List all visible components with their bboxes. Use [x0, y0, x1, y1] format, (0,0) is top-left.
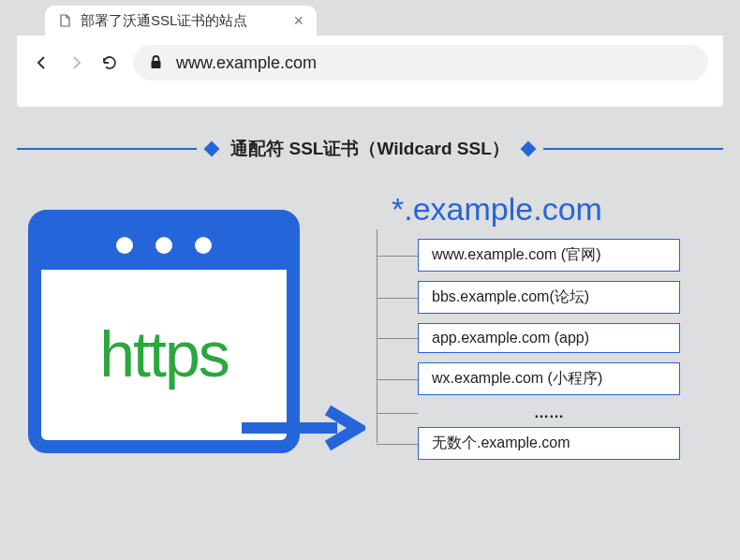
close-icon[interactable]: ×: [293, 12, 303, 29]
browser-toolbar: www.example.com: [17, 36, 723, 90]
subdomain-box: wx.example.com (小程序): [418, 362, 680, 395]
lock-icon: [150, 55, 163, 70]
https-label: https: [99, 317, 228, 391]
window-dot: [195, 237, 212, 254]
tree-vertical-line: [377, 229, 377, 443]
divider-line-left: [17, 148, 197, 150]
browser-mockup: 部署了沃通SSL证书的站点 × www.example.com: [17, 0, 723, 107]
section-divider: 通配符 SSL证书（Wildcard SSL）: [17, 137, 723, 161]
subdomain-box: bbs.example.com(论坛): [418, 281, 680, 314]
tree-connector: [377, 379, 418, 380]
tab-title: 部署了沃通SSL证书的站点: [81, 12, 247, 30]
tab-strip: 部署了沃通SSL证书的站点 ×: [17, 0, 723, 36]
window-header: [39, 221, 289, 270]
tree-connector: [377, 298, 418, 299]
subdomain-item: bbs.example.com(论坛): [418, 281, 680, 314]
forward-button[interactable]: [66, 52, 86, 73]
reload-button[interactable]: [99, 52, 120, 73]
subdomain-item: app.example.com (app): [418, 323, 680, 353]
tree-connector: [377, 444, 418, 445]
tree-items: www.example.com (官网) bbs.example.com(论坛)…: [365, 239, 680, 460]
arrow-icon: [234, 400, 365, 456]
ellipsis: ……: [418, 405, 680, 421]
page-icon: [58, 14, 71, 27]
subdomain-box: app.example.com (app): [418, 323, 680, 353]
back-button[interactable]: [32, 52, 52, 73]
subdomain-box: www.example.com (官网): [418, 239, 680, 272]
wildcard-diagram: https *.example.com www.example.com (官网)…: [0, 184, 740, 460]
subdomain-tree: *.example.com www.example.com (官网) bbs.e…: [365, 191, 680, 460]
subdomain-item: wx.example.com (小程序): [418, 362, 680, 395]
tree-connector: [377, 413, 418, 414]
section-title: 通配符 SSL证书（Wildcard SSL）: [227, 137, 513, 161]
browser-tab[interactable]: 部署了沃通SSL证书的站点 ×: [45, 6, 317, 36]
tree-connector: [377, 338, 418, 339]
subdomain-box: 无数个.example.com: [418, 427, 680, 460]
subdomain-item: www.example.com (官网): [418, 239, 680, 272]
address-bar[interactable]: www.example.com: [133, 45, 708, 81]
svg-rect-0: [152, 61, 161, 68]
url-text: www.example.com: [176, 53, 317, 73]
subdomain-item: 无数个.example.com: [418, 427, 680, 460]
ellipsis-text: ……: [534, 405, 564, 420]
wildcard-domain: *.example.com: [392, 191, 680, 228]
tree-connector: [377, 256, 418, 257]
window-dot: [116, 237, 133, 254]
diamond-icon: [520, 141, 536, 157]
diamond-icon: [204, 141, 220, 157]
divider-line-right: [543, 148, 723, 150]
window-dot: [155, 237, 172, 254]
